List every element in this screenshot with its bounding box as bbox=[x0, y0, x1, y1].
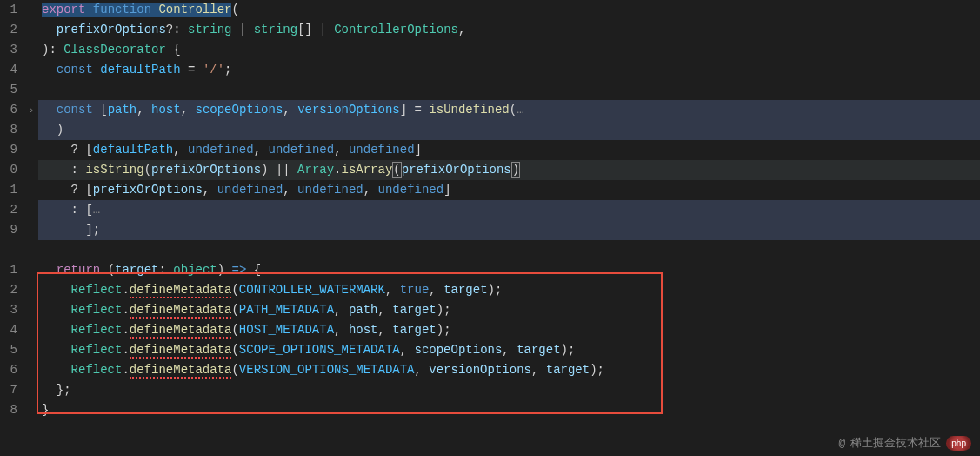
line-number: 4 bbox=[0, 320, 17, 340]
code-editor[interactable]: 1 2 3 4 5 6 8 9 0 1 2 9 1 2 3 4 5 6 7 8 … bbox=[0, 0, 980, 456]
code-line: return (target: object) => { bbox=[38, 260, 980, 280]
line-number: 1 bbox=[0, 260, 17, 280]
code-line: ]; bbox=[38, 220, 980, 240]
code-line: Reflect.defineMetadata(CONTROLLER_WATERM… bbox=[38, 280, 980, 300]
line-number: 3 bbox=[0, 40, 17, 60]
line-number: 3 bbox=[0, 300, 17, 320]
code-line: Reflect.defineMetadata(HOST_METADATA, ho… bbox=[38, 320, 980, 340]
line-number: 9 bbox=[0, 140, 17, 160]
line-number: 4 bbox=[0, 60, 17, 80]
code-line: const defaultPath = '/'; bbox=[38, 60, 980, 80]
fold-gutter: › bbox=[24, 0, 38, 456]
code-line: }; bbox=[38, 380, 980, 400]
code-line: : isString(prefixOrOptions) || Array.isA… bbox=[38, 160, 980, 180]
watermark-logo: php bbox=[946, 436, 971, 451]
line-number: 5 bbox=[0, 340, 17, 360]
code-line: Reflect.defineMetadata(SCOPE_OPTIONS_MET… bbox=[38, 340, 980, 360]
code-line: const [path, host, scopeOptions, version… bbox=[38, 100, 980, 120]
line-number: 2 bbox=[0, 280, 17, 300]
code-line bbox=[38, 240, 980, 260]
code-line: Reflect.defineMetadata(PATH_METADATA, pa… bbox=[38, 300, 980, 320]
code-line: ): ClassDecorator { bbox=[38, 40, 980, 60]
line-number-gutter: 1 2 3 4 5 6 8 9 0 1 2 9 1 2 3 4 5 6 7 8 bbox=[0, 0, 24, 456]
line-number: 1 bbox=[0, 180, 17, 200]
line-number bbox=[0, 420, 17, 440]
line-number: 6 bbox=[0, 100, 17, 120]
line-number: 2 bbox=[0, 200, 17, 220]
line-number bbox=[0, 240, 17, 260]
code-line: prefixOrOptions?: string | string[] | Co… bbox=[38, 20, 980, 40]
code-line: ? [prefixOrOptions, undefined, undefined… bbox=[38, 180, 980, 200]
code-line: Reflect.defineMetadata(VERSION_OPTIONS_M… bbox=[38, 360, 980, 380]
line-number: 1 bbox=[0, 0, 17, 20]
fold-chevron-icon[interactable]: › bbox=[24, 101, 38, 121]
watermark-at: @ bbox=[839, 437, 846, 450]
line-number: 8 bbox=[0, 400, 17, 420]
line-number: 8 bbox=[0, 120, 17, 140]
line-number: 9 bbox=[0, 220, 17, 240]
code-line: } bbox=[38, 400, 980, 420]
line-number: 7 bbox=[0, 380, 17, 400]
watermark-text: 稀土掘金技术社区 bbox=[850, 435, 941, 451]
line-number: 0 bbox=[0, 160, 17, 180]
line-number: 6 bbox=[0, 360, 17, 380]
line-number: 2 bbox=[0, 20, 17, 40]
watermark: @稀土掘金技术社区 php bbox=[839, 435, 972, 451]
code-line: ? [defaultPath, undefined, undefined, un… bbox=[38, 140, 980, 160]
code-line: : [… bbox=[38, 200, 980, 220]
code-line: export function Controller( bbox=[38, 0, 980, 20]
code-area[interactable]: export function Controller( prefixOrOpti… bbox=[38, 0, 980, 456]
code-line bbox=[38, 80, 980, 100]
line-number: 5 bbox=[0, 80, 17, 100]
code-line: ) bbox=[38, 120, 980, 140]
